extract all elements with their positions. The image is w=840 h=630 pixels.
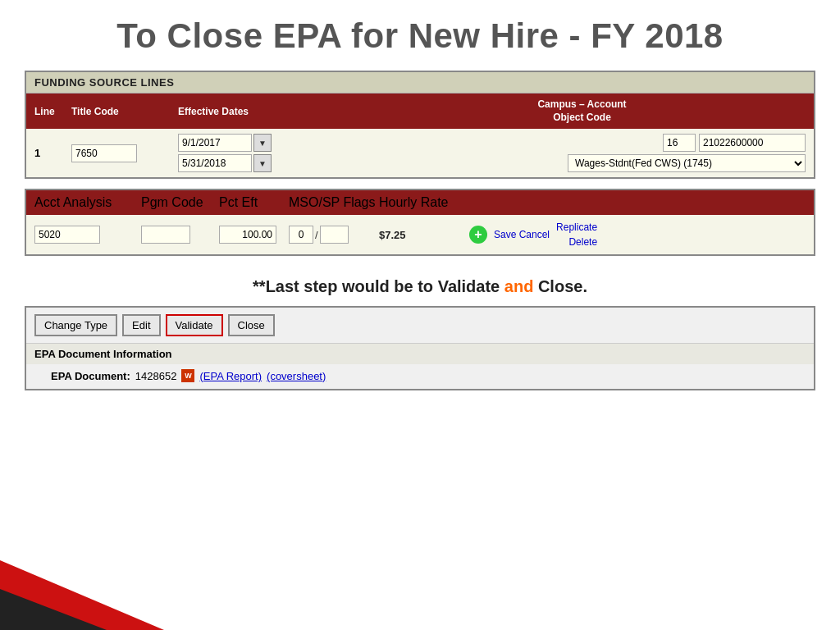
end-date-calendar-btn[interactable]: ▼ <box>253 154 272 172</box>
analysis-header-row: Acct Analysis Pgm Code Pct Eft MSO/SP Fl… <box>26 190 814 215</box>
wages-select-row: Wages-Stdnt(Fed CWS) (1745) <box>568 154 806 172</box>
col-acct-header: Acct Analysis <box>34 195 141 210</box>
save-cancel-links[interactable]: Save Cancel <box>494 229 550 240</box>
action-buttons-row: Change Type Edit Validate Close <box>26 308 814 343</box>
funding-data-row: 1 ▼ ▼ Wages-Stdnt(Fed CWS) (1745) <box>26 129 814 177</box>
step-note-and: and <box>504 277 534 295</box>
validate-button[interactable]: Validate <box>166 314 223 336</box>
epa-doc-row: EPA Document: 1428652 W (EPA Report) (co… <box>26 364 814 389</box>
col-pct-header: Pct Eft <box>219 195 289 210</box>
dates-cell: ▼ ▼ <box>178 134 358 172</box>
end-date-input[interactable] <box>178 154 252 172</box>
title-code-cell <box>71 144 178 162</box>
campus-account-cell: Wages-Stdnt(Fed CWS) (1745) <box>358 134 806 172</box>
start-date-row: ▼ <box>178 134 358 152</box>
bottom-decoration <box>0 548 180 630</box>
delete-link[interactable]: Delete <box>556 235 597 249</box>
title-code-input[interactable] <box>71 144 137 162</box>
epa-doc-label: EPA Document: <box>51 370 130 382</box>
col-line-header: Line <box>34 106 71 117</box>
step-note-prefix: **Last step would be to Validate <box>253 277 504 295</box>
funding-table-header: Line Title Code Effective Dates Campus –… <box>26 94 814 129</box>
col-titlecode-header: Title Code <box>71 106 178 117</box>
funding-source-header: Funding Source Lines <box>26 72 814 94</box>
mso-divider: / <box>315 229 318 241</box>
wages-select[interactable]: Wages-Stdnt(Fed CWS) (1745) <box>568 154 806 172</box>
pct-eft-input[interactable] <box>219 226 276 244</box>
start-date-calendar-btn[interactable]: ▼ <box>253 134 272 152</box>
mso-cell: / <box>289 226 379 244</box>
col-pgm-header: Pgm Code <box>141 195 219 210</box>
step-note: **Last step would be to Validate and Clo… <box>0 266 840 306</box>
account-num-input[interactable] <box>699 134 806 152</box>
page-title: To Close EPA for New Hire - FY 2018 <box>0 0 840 71</box>
change-type-button[interactable]: Change Type <box>34 314 117 336</box>
close-button[interactable]: Close <box>228 314 275 336</box>
col-effdates-header: Effective Dates <box>178 106 358 117</box>
start-date-input[interactable] <box>178 134 252 152</box>
epa-report-link[interactable]: (EPA Report) <box>199 370 262 382</box>
funding-source-section: Funding Source Lines Line Title Code Eff… <box>25 71 815 179</box>
pgm-code-input[interactable] <box>141 226 190 244</box>
replicate-link[interactable]: Replicate <box>556 220 597 235</box>
line-number: 1 <box>34 147 71 159</box>
pct-cell <box>219 226 289 244</box>
doc-number: 1428652 <box>135 370 177 382</box>
sp-flag-input[interactable] <box>320 226 349 244</box>
mso-flag-input[interactable] <box>289 226 313 244</box>
edit-button[interactable]: Edit <box>122 314 160 336</box>
col-campus-header: Campus – AccountObject Code <box>358 98 806 124</box>
coversheet-link[interactable]: (coversheet) <box>267 370 326 382</box>
step-note-suffix: Close. <box>533 277 587 295</box>
campus-num-input[interactable] <box>663 134 696 152</box>
pgm-cell <box>141 226 219 244</box>
col-mso-header: MSO/SP Flags <box>289 195 379 210</box>
analysis-data-row: / $7.25 + Save Cancel Replicate Delete <box>26 215 814 254</box>
epa-doc-info-header: EPA Document Information <box>26 343 814 364</box>
add-row-button[interactable]: + <box>469 226 487 244</box>
end-date-row: ▼ <box>178 154 358 172</box>
acct-cell <box>34 226 141 244</box>
actions-cell: + Save Cancel Replicate Delete <box>469 220 806 249</box>
campus-num-row <box>663 134 806 152</box>
doc-file-icon: W <box>181 369 194 382</box>
acct-analysis-input[interactable] <box>34 226 100 244</box>
analysis-section: Acct Analysis Pgm Code Pct Eft MSO/SP Fl… <box>25 189 815 256</box>
replicate-delete-links[interactable]: Replicate Delete <box>556 220 597 249</box>
hourly-rate-value: $7.25 <box>379 229 469 241</box>
col-hourly-header: Hourly Rate <box>379 195 469 210</box>
epa-buttons-section: Change Type Edit Validate Close EPA Docu… <box>25 306 815 390</box>
